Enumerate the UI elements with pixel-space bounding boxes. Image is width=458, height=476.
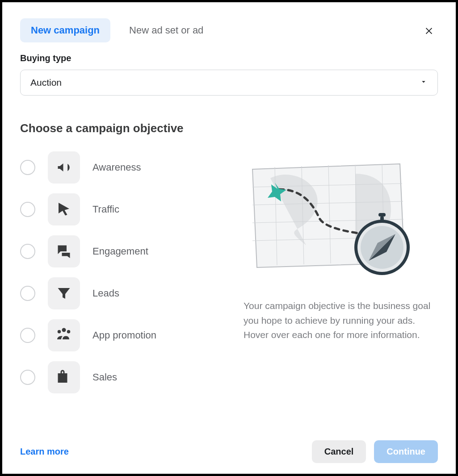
cancel-button[interactable]: Cancel: [312, 440, 366, 463]
close-icon: [424, 25, 434, 35]
radio-leads[interactable]: [20, 286, 35, 301]
objective-label: Leads: [92, 288, 119, 299]
people-icon: [48, 319, 80, 351]
objective-label: Traffic: [92, 204, 119, 215]
objective-option-awareness[interactable]: Awareness: [20, 151, 239, 184]
map-compass-illustration: [244, 160, 418, 281]
radio-engagement[interactable]: [20, 244, 35, 259]
radio-traffic[interactable]: [20, 202, 35, 217]
objective-option-engagement[interactable]: Engagement: [20, 235, 239, 267]
objective-option-sales[interactable]: Sales: [20, 361, 239, 393]
megaphone-icon: [48, 151, 80, 184]
chevron-down-icon: [420, 77, 428, 88]
svg-rect-13: [378, 213, 386, 217]
objective-option-traffic[interactable]: Traffic: [20, 193, 239, 225]
objective-label: Sales: [92, 372, 117, 383]
objectives-list: Awareness Traffic Engagement: [20, 151, 239, 437]
buying-type-value: Auction: [30, 77, 62, 88]
content-row: Awareness Traffic Engagement: [20, 151, 438, 437]
radio-awareness[interactable]: [20, 160, 35, 175]
tab-new-ad-set[interactable]: New ad set or ad: [118, 18, 214, 42]
objective-label: Awareness: [92, 162, 141, 173]
objective-heading: Choose a campaign objective: [20, 121, 438, 135]
continue-button[interactable]: Continue: [374, 440, 438, 463]
info-text: Your campaign objective is the business …: [244, 299, 438, 342]
dialog-footer: Learn more Cancel Continue: [20, 437, 438, 463]
objective-label: Engagement: [92, 246, 148, 257]
learn-more-link[interactable]: Learn more: [20, 447, 69, 457]
bag-icon: [48, 361, 80, 393]
info-panel: Your campaign objective is the business …: [239, 151, 438, 437]
svg-rect-12: [380, 217, 384, 221]
create-campaign-dialog: New campaign New ad set or ad Buying typ…: [0, 0, 458, 476]
radio-sales[interactable]: [20, 370, 35, 385]
cursor-icon: [48, 193, 80, 225]
tab-new-campaign[interactable]: New campaign: [20, 18, 110, 42]
close-button[interactable]: [420, 21, 438, 39]
objective-option-app-promotion[interactable]: App promotion: [20, 319, 239, 351]
chat-icon: [48, 235, 80, 267]
radio-app-promotion[interactable]: [20, 328, 35, 343]
buying-type-select[interactable]: Auction: [20, 70, 438, 96]
objective-label: App promotion: [92, 330, 156, 341]
objective-option-leads[interactable]: Leads: [20, 277, 239, 309]
buying-type-label: Buying type: [20, 53, 438, 63]
tabs-row: New campaign New ad set or ad: [20, 18, 438, 42]
funnel-icon: [48, 277, 80, 309]
